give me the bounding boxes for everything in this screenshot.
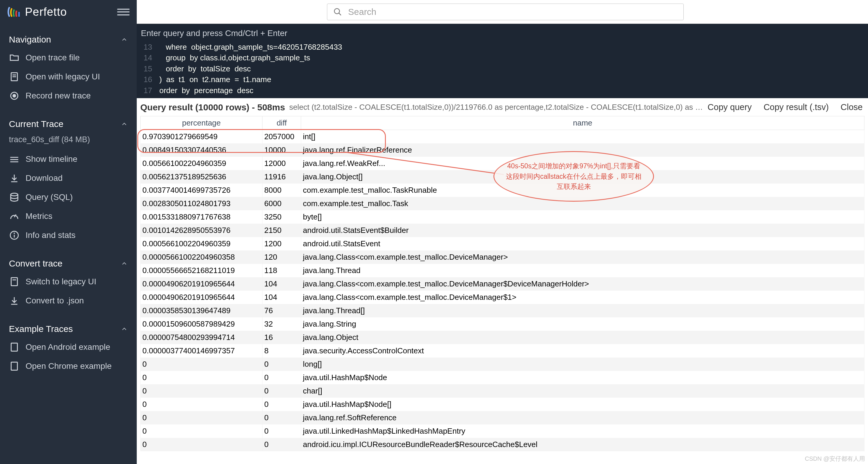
cell-name: java.util.HashMap$Node[]: [301, 398, 864, 411]
query-prompt: Enter query and press Cmd/Ctrl + Enter: [140, 27, 864, 41]
nav-label: Info and stats: [26, 231, 75, 240]
cell-diff: 11916: [262, 170, 301, 183]
table-row[interactable]: 00java.util.HashMap$Node: [141, 371, 864, 384]
nav-title-text: Current Trace: [9, 119, 63, 129]
cell-diff: 0: [262, 438, 301, 451]
nav-title-current-trace[interactable]: Current Trace: [0, 115, 137, 133]
nav-item-legacy-ui[interactable]: Open with legacy UI: [0, 67, 137, 86]
cell-diff: 118: [262, 264, 301, 277]
code-line: 13 where object.graph_sample_ts=46205176…: [140, 41, 864, 52]
database-icon: [9, 192, 20, 203]
cell-percentage: 0: [141, 384, 262, 398]
hamburger-icon[interactable]: [117, 6, 130, 18]
nav-item-open-trace[interactable]: Open trace file: [0, 48, 137, 67]
nav-item-switch-legacy[interactable]: Switch to legacy UI: [0, 272, 137, 291]
watermark: CSDN @安仔都有人用: [805, 455, 865, 463]
cell-diff: 0: [262, 398, 301, 411]
table-header-row: percentage diff name: [141, 116, 864, 130]
table-row[interactable]: 0.0000075480029399471416java.lang.Object: [141, 331, 864, 344]
cell-percentage: 0.00000377400146997357: [141, 344, 262, 357]
nav-item-show-timeline[interactable]: Show timeline: [0, 150, 137, 169]
table-row[interactable]: 0.00849150330744053610000java.lang.ref.F…: [141, 143, 864, 157]
table-row[interactable]: 00char[]: [141, 384, 864, 398]
search-box[interactable]: [327, 4, 684, 20]
cell-percentage: 0.0015331880971767638: [141, 210, 262, 224]
cell-percentage: 0.0010142628950553976: [141, 224, 262, 237]
nav-item-download[interactable]: Download: [0, 169, 137, 188]
result-title: Query result (10000 rows) - 508ms: [140, 102, 285, 112]
cell-name: long[]: [301, 357, 864, 371]
table-row[interactable]: 00long[]: [141, 357, 864, 371]
nav-title-example-traces[interactable]: Example Traces: [0, 320, 137, 338]
search-icon: [333, 7, 342, 17]
table-row[interactable]: 00android.icu.impl.ICUResourceBundleRead…: [141, 438, 864, 451]
table-row[interactable]: 0.00004906201910965644104java.lang.Class…: [141, 291, 864, 304]
download-icon: [9, 173, 20, 183]
nav-title-text: Navigation: [9, 34, 51, 45]
cell-name: android.util.StatsEvent: [301, 237, 864, 251]
cell-percentage: 0.005621375189525636: [141, 170, 262, 183]
nav-item-query-sql[interactable]: Query (SQL): [0, 188, 137, 207]
table-row[interactable]: 0.00005661002204960358120java.lang.Class…: [141, 251, 864, 264]
query-editor[interactable]: Enter query and press Cmd/Ctrl + Enter 1…: [137, 24, 868, 98]
table-row[interactable]: 0.0000150960058798942932java.lang.String: [141, 317, 864, 331]
cell-name: java.util.HashMap$Node: [301, 371, 864, 384]
copy-result-button[interactable]: Copy result (.tsv): [764, 102, 829, 112]
cell-percentage: 0.00000754800293994714: [141, 331, 262, 344]
nav-item-chrome-example[interactable]: Open Chrome example: [0, 357, 137, 376]
col-diff[interactable]: diff: [262, 116, 301, 130]
nav-item-info[interactable]: Info and stats: [0, 226, 137, 245]
table-row[interactable]: 0.97039012796695492057000int[]: [141, 130, 864, 143]
table-row[interactable]: 0.00056610022049603591200android.util.St…: [141, 237, 864, 251]
search-input[interactable]: [348, 7, 678, 17]
cell-diff: 0: [262, 371, 301, 384]
cell-name: java.util.LinkedHashMap$LinkedHashMapEnt…: [301, 425, 864, 438]
table-row[interactable]: 00java.util.HashMap$Node[]: [141, 398, 864, 411]
app-name: Perfetto: [25, 6, 67, 19]
nav-item-android-example[interactable]: Open Android example: [0, 338, 137, 357]
nav-item-metrics[interactable]: Metrics: [0, 207, 137, 226]
nav-item-convert-json[interactable]: Convert to .json: [0, 291, 137, 310]
query-code[interactable]: 13 where object.graph_sample_ts=46205176…: [140, 41, 864, 96]
table-row[interactable]: 0.00153318809717676383250byte[]: [141, 210, 864, 224]
table-row[interactable]: 0.00004906201910965644104java.lang.Class…: [141, 277, 864, 291]
annotation-text: 40s-50s之间增加的对象97%为int[],只需要看这段时间内callsta…: [505, 161, 642, 192]
cell-diff: 76: [262, 304, 301, 317]
svg-line-18: [339, 13, 341, 15]
svg-point-17: [334, 8, 340, 14]
chevron-up-icon: [121, 260, 128, 267]
col-percentage[interactable]: percentage: [141, 116, 262, 130]
nav-label: Open Chrome example: [26, 361, 112, 371]
table-row[interactable]: 0.00005566652168211019118java.lang.Threa…: [141, 264, 864, 277]
table-row[interactable]: 00java.util.LinkedHashMap$LinkedHashMapE…: [141, 425, 864, 438]
logo[interactable]: Perfetto: [7, 5, 117, 19]
nav-section-convert-trace: Convert trace Switch to legacy UI Conver…: [0, 248, 137, 313]
cell-diff: 3250: [262, 210, 301, 224]
cell-diff: 8: [262, 344, 301, 357]
nav-title-convert-trace[interactable]: Convert trace: [0, 255, 137, 272]
table-row[interactable]: 00java.lang.ref.SoftReference: [141, 411, 864, 425]
col-name[interactable]: name: [301, 116, 864, 130]
record-icon: [9, 90, 20, 101]
cell-diff: 12000: [262, 157, 301, 170]
cell-diff: 6000: [262, 197, 301, 210]
close-result-button[interactable]: Close: [841, 102, 863, 112]
table-row[interactable]: 0.000003774001469973578java.security.Acc…: [141, 344, 864, 357]
cell-diff: 0: [262, 425, 301, 438]
cell-percentage: 0.0005661002204960359: [141, 237, 262, 251]
table-row[interactable]: 0.000035853013964748976java.lang.Thread[…: [141, 304, 864, 317]
cell-percentage: 0.0037740014699735726: [141, 183, 262, 197]
copy-query-button[interactable]: Copy query: [708, 102, 751, 112]
table-row[interactable]: 0.00101426289505539762150android.util.St…: [141, 224, 864, 237]
table-row[interactable]: 0.00283050110248017936000com.example.tes…: [141, 197, 864, 210]
gauge-icon: [9, 211, 20, 222]
nav-item-record[interactable]: Record new trace: [0, 86, 137, 105]
cell-name: byte[]: [301, 210, 864, 224]
trace-name: trace_60s_diff (84 MB): [0, 133, 137, 150]
svg-rect-13: [11, 278, 18, 286]
cell-diff: 2057000: [262, 130, 301, 143]
cell-percentage: 0.0000358530139647489: [141, 304, 262, 317]
timeline-icon: [9, 154, 20, 165]
nav-title-navigation[interactable]: Navigation: [0, 31, 137, 48]
cell-name: java.lang.Thread[]: [301, 304, 864, 317]
